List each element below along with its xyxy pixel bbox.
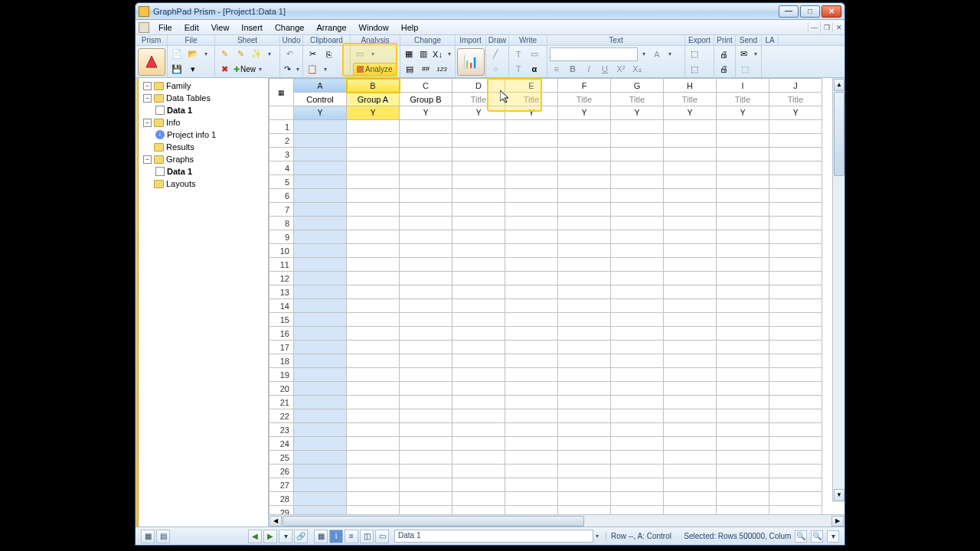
analysis-icon[interactable]: ▭ bbox=[353, 47, 367, 61]
write2-icon[interactable]: ▭ bbox=[528, 47, 541, 61]
cell[interactable] bbox=[611, 189, 664, 203]
cell[interactable] bbox=[611, 396, 664, 409]
cell[interactable] bbox=[611, 313, 664, 327]
row-header[interactable]: 29 bbox=[270, 506, 294, 515]
cell[interactable] bbox=[558, 189, 611, 203]
copy-icon[interactable]: ⎘ bbox=[322, 47, 335, 61]
cell[interactable] bbox=[347, 175, 400, 189]
cell[interactable] bbox=[717, 368, 769, 382]
cell[interactable] bbox=[769, 396, 822, 409]
cell[interactable] bbox=[769, 299, 822, 313]
cell[interactable] bbox=[452, 368, 505, 382]
cell[interactable] bbox=[452, 148, 505, 161]
cell[interactable] bbox=[717, 161, 769, 175]
write3-icon[interactable]: T bbox=[511, 62, 525, 76]
cell[interactable] bbox=[505, 230, 558, 244]
menu-help[interactable]: Help bbox=[395, 21, 425, 34]
cell[interactable] bbox=[400, 175, 452, 189]
cell[interactable] bbox=[717, 437, 769, 451]
cell[interactable] bbox=[505, 299, 558, 313]
cell[interactable] bbox=[294, 492, 347, 506]
bold-icon[interactable]: B bbox=[566, 62, 580, 76]
cell[interactable] bbox=[505, 285, 558, 299]
cell[interactable] bbox=[769, 217, 822, 230]
cell[interactable] bbox=[611, 299, 664, 313]
draw1-icon[interactable]: ╱ bbox=[488, 47, 502, 61]
tree-graph-data1[interactable]: Data 1 bbox=[139, 165, 268, 178]
cell[interactable] bbox=[347, 230, 400, 244]
sb-btn1[interactable]: ▦ bbox=[314, 530, 328, 543]
cell[interactable] bbox=[769, 161, 822, 175]
column-header-B[interactable]: B bbox=[347, 79, 400, 93]
cell[interactable] bbox=[347, 354, 400, 368]
view1-button[interactable]: ▦ bbox=[141, 530, 155, 543]
row-header[interactable]: 16 bbox=[270, 327, 294, 341]
cell[interactable] bbox=[611, 368, 664, 382]
cell[interactable] bbox=[505, 465, 558, 478]
cell[interactable] bbox=[400, 354, 452, 368]
cell[interactable] bbox=[664, 423, 717, 437]
cell[interactable] bbox=[347, 161, 400, 175]
cell[interactable] bbox=[294, 437, 347, 451]
cell[interactable] bbox=[347, 382, 400, 396]
send2-icon[interactable]: ⬚ bbox=[738, 62, 752, 76]
cell[interactable] bbox=[294, 258, 347, 272]
cell[interactable] bbox=[347, 120, 400, 134]
cell[interactable] bbox=[347, 299, 400, 313]
menu-edit[interactable]: Edit bbox=[178, 21, 205, 34]
prism-button[interactable] bbox=[138, 48, 165, 76]
new-sheet-button[interactable]: ✚New▾ bbox=[234, 65, 264, 73]
cell[interactable] bbox=[664, 465, 717, 478]
cell[interactable] bbox=[611, 272, 664, 285]
cell[interactable] bbox=[294, 368, 347, 382]
align-left-icon[interactable]: ≡ bbox=[550, 62, 564, 76]
cell[interactable] bbox=[717, 465, 769, 478]
cell[interactable] bbox=[505, 148, 558, 161]
cell[interactable] bbox=[717, 258, 769, 272]
cell[interactable] bbox=[505, 189, 558, 203]
row-header[interactable]: 20 bbox=[270, 382, 294, 396]
cell[interactable] bbox=[505, 341, 558, 354]
cell[interactable] bbox=[505, 272, 558, 285]
cell[interactable] bbox=[558, 451, 611, 465]
cell[interactable] bbox=[558, 203, 611, 217]
scroll-left-icon[interactable]: ◀ bbox=[270, 516, 282, 527]
cell[interactable] bbox=[769, 341, 822, 354]
cell[interactable] bbox=[664, 409, 717, 423]
cell[interactable] bbox=[611, 437, 664, 451]
column-title-1[interactable]: Group A bbox=[347, 93, 400, 106]
cell[interactable] bbox=[347, 189, 400, 203]
cell[interactable] bbox=[664, 217, 717, 230]
cell[interactable] bbox=[452, 203, 505, 217]
row-header[interactable]: 28 bbox=[270, 492, 294, 506]
cell[interactable] bbox=[769, 189, 822, 203]
row-header[interactable]: 27 bbox=[270, 478, 294, 492]
cell[interactable] bbox=[769, 285, 822, 299]
sheet-icon[interactable]: ✎ bbox=[217, 47, 231, 61]
mdi-close-button[interactable]: ✕ bbox=[832, 22, 844, 33]
cell[interactable] bbox=[558, 492, 611, 506]
cell[interactable] bbox=[452, 437, 505, 451]
cell[interactable] bbox=[400, 244, 452, 258]
cell[interactable] bbox=[347, 465, 400, 478]
cell[interactable] bbox=[294, 409, 347, 423]
cell[interactable] bbox=[769, 203, 822, 217]
cell[interactable] bbox=[400, 299, 452, 313]
cell[interactable] bbox=[452, 492, 505, 506]
cell[interactable] bbox=[347, 285, 400, 299]
cell[interactable] bbox=[664, 437, 717, 451]
cell[interactable] bbox=[347, 203, 400, 217]
cell[interactable] bbox=[347, 272, 400, 285]
cell[interactable] bbox=[452, 478, 505, 492]
superscript-icon[interactable]: X² bbox=[614, 62, 628, 76]
vscroll-thumb[interactable] bbox=[834, 92, 844, 176]
column-header-D[interactable]: D bbox=[452, 79, 505, 93]
send1-icon[interactable]: ✉ bbox=[738, 47, 750, 61]
cell[interactable] bbox=[400, 272, 452, 285]
column-title-4[interactable]: Title bbox=[505, 93, 558, 106]
cell[interactable] bbox=[717, 230, 769, 244]
row-header[interactable]: 8 bbox=[270, 217, 294, 230]
cell[interactable] bbox=[611, 161, 664, 175]
cell[interactable] bbox=[664, 134, 717, 148]
cell[interactable] bbox=[294, 244, 347, 258]
